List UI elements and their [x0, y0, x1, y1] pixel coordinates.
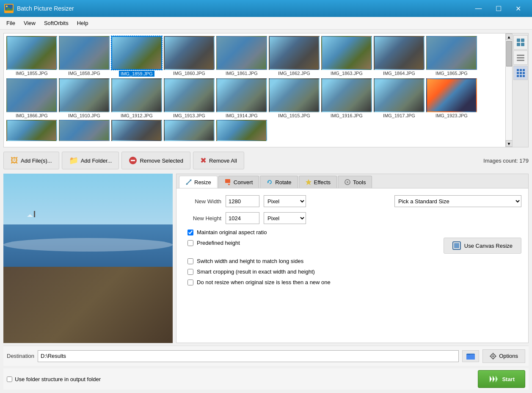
- list-item[interactable]: IMG_1866.JPG: [6, 78, 57, 118]
- svg-point-36: [492, 355, 494, 357]
- svg-rect-14: [517, 72, 519, 74]
- remove-all-icon: ✖: [200, 156, 207, 165]
- add-files-icon: 🖼: [11, 156, 18, 165]
- height-input[interactable]: [226, 212, 259, 224]
- svg-rect-12: [520, 69, 522, 71]
- list-item[interactable]: IMG_1914.JPG: [216, 78, 267, 118]
- tab-resize[interactable]: Resize: [179, 176, 218, 188]
- list-item[interactable]: IMG_1916.JPG: [321, 78, 372, 118]
- list-item[interactable]: IMG_1855.JPG: [6, 36, 57, 77]
- do-not-resize-label: Do not resize when original size is less…: [197, 279, 331, 285]
- svg-rect-34: [466, 354, 475, 360]
- width-input[interactable]: [226, 195, 259, 207]
- folder-structure-row: Use folder structure in output folder: [7, 376, 478, 382]
- rotate-icon: [266, 179, 273, 185]
- svg-marker-41: [490, 376, 492, 382]
- list-item[interactable]: [164, 120, 215, 141]
- gallery-scrollbar[interactable]: ▲ ▼: [505, 33, 512, 147]
- minimize-button[interactable]: —: [469, 0, 488, 17]
- main-content: IMG_1855.JPG IMG_1858.JPG IMG_1859.JPG I…: [0, 30, 532, 393]
- add-files-button[interactable]: 🖼 Add File(s)...: [3, 152, 59, 169]
- tab-convert[interactable]: Convert: [218, 176, 259, 188]
- convert-icon: [225, 179, 232, 185]
- list-item[interactable]: [6, 120, 57, 141]
- svg-rect-32: [454, 243, 459, 248]
- list-item[interactable]: [216, 120, 267, 141]
- add-folder-icon: 📁: [69, 156, 78, 165]
- svg-marker-43: [496, 376, 498, 382]
- switch-width-height-label: Switch width and height to match long si…: [197, 258, 303, 264]
- list-item[interactable]: IMG_1913.JPG: [164, 78, 215, 118]
- do-not-resize-row: Do not resize when original size is less…: [187, 279, 521, 285]
- list-item[interactable]: IMG_1864.JPG: [374, 36, 424, 77]
- scroll-up-button[interactable]: ▲: [506, 33, 513, 40]
- menu-help[interactable]: Help: [73, 18, 93, 28]
- destination-bar: Destination Options: [3, 346, 529, 366]
- list-item[interactable]: IMG_1858.JPG: [59, 36, 110, 77]
- tab-effects[interactable]: Effects: [299, 176, 337, 188]
- remove-all-button[interactable]: ✖ Remove All: [193, 152, 244, 169]
- tab-rotate[interactable]: Rotate: [260, 176, 298, 188]
- footer-bar: Use folder structure in output folder St…: [3, 368, 529, 390]
- scroll-down-button[interactable]: ▼: [506, 140, 513, 147]
- add-folder-button[interactable]: 📁 Add Folder...: [62, 152, 119, 169]
- list-item[interactable]: IMG_1860.JPG: [164, 36, 215, 77]
- list-item[interactable]: IMG_1915.JPG: [269, 78, 320, 118]
- svg-marker-42: [493, 376, 495, 382]
- destination-browse-button[interactable]: [462, 350, 479, 362]
- list-item[interactable]: IMG_1862.JPG: [269, 36, 320, 77]
- list-item[interactable]: IMG_1912.JPG: [111, 78, 162, 118]
- canvas-resize-area: Predefined height Use Canvas Resize: [183, 240, 521, 254]
- svg-marker-26: [228, 184, 230, 185]
- gallery-container: IMG_1855.JPG IMG_1858.JPG IMG_1859.JPG I…: [3, 33, 513, 147]
- start-arrow-icon: [488, 374, 499, 384]
- svg-rect-37: [493, 353, 493, 354]
- start-button[interactable]: Start: [478, 370, 525, 388]
- resize-tab-content: New Width Pixel Percent Inch CM Pick a S…: [176, 188, 529, 343]
- svg-rect-38: [493, 358, 493, 360]
- right-panel: Resize Convert Rotate: [176, 174, 529, 343]
- list-item[interactable]: IMG_1917.JPG: [374, 78, 424, 118]
- close-button[interactable]: ✕: [509, 0, 528, 17]
- list-item[interactable]: IMG_1910.JPG: [59, 78, 110, 118]
- standard-size-select[interactable]: Pick a Standard Size: [394, 195, 521, 207]
- view-list-button[interactable]: [513, 50, 528, 65]
- options-gear-icon: [490, 353, 496, 360]
- maintain-aspect-checkbox[interactable]: [187, 230, 193, 235]
- remove-selected-button[interactable]: Remove Selected: [121, 152, 190, 169]
- menu-view[interactable]: View: [19, 18, 40, 28]
- view-grid-button[interactable]: [513, 66, 528, 80]
- list-item[interactable]: IMG_1865.JPG: [426, 36, 477, 77]
- use-canvas-resize-button[interactable]: Use Canvas Resize: [444, 238, 521, 254]
- options-button[interactable]: Options: [482, 349, 525, 363]
- scroll-track[interactable]: [506, 40, 512, 140]
- folder-structure-checkbox[interactable]: [7, 376, 12, 382]
- list-item[interactable]: IMG_1859.JPG: [111, 36, 162, 77]
- list-item[interactable]: [111, 120, 162, 141]
- tab-tools[interactable]: Tools: [338, 176, 372, 188]
- list-item[interactable]: IMG_1863.JPG: [321, 36, 372, 77]
- list-item[interactable]: IMG_1923.JPG: [426, 78, 477, 118]
- menu-softorbits[interactable]: SoftOrbits: [40, 18, 73, 28]
- scroll-thumb[interactable]: [506, 41, 512, 66]
- predefined-height-checkbox[interactable]: [187, 240, 193, 246]
- smart-cropping-checkbox[interactable]: [187, 269, 193, 275]
- list-item[interactable]: [59, 120, 110, 141]
- list-item[interactable]: IMG_1861.JPG: [216, 36, 267, 77]
- width-unit-select[interactable]: Pixel Percent Inch CM: [264, 195, 306, 207]
- predefined-height-row: Predefined height: [187, 240, 444, 246]
- svg-rect-10: [517, 60, 524, 61]
- effects-icon: [305, 179, 312, 185]
- svg-rect-18: [520, 75, 522, 77]
- maximize-button[interactable]: ☐: [489, 0, 508, 17]
- switch-width-height-checkbox[interactable]: [187, 258, 193, 264]
- view-thumbnails-button[interactable]: [513, 35, 528, 50]
- svg-rect-15: [520, 72, 522, 74]
- svg-rect-11: [517, 69, 519, 71]
- svg-rect-4: [517, 39, 520, 42]
- menu-file[interactable]: File: [2, 18, 19, 28]
- remove-selected-icon: [129, 156, 137, 165]
- destination-input[interactable]: [38, 350, 459, 362]
- do-not-resize-checkbox[interactable]: [187, 280, 193, 285]
- height-unit-select[interactable]: Pixel Percent Inch CM: [264, 212, 306, 224]
